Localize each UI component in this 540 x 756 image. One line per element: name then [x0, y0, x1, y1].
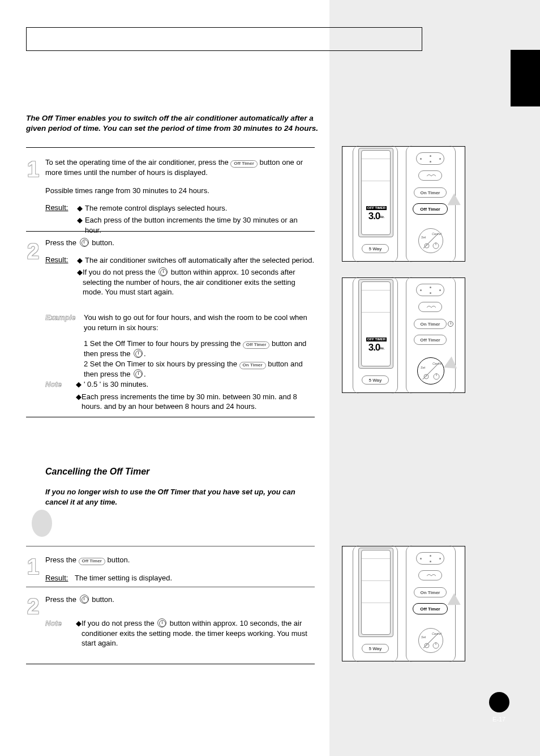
fan-button[interactable]: [418, 170, 442, 181]
lcd-inner: [361, 281, 391, 366]
text: To set the operating time of the air con…: [45, 158, 230, 166]
clock-small-icon: [419, 629, 444, 654]
text: ' 0.5 ' is 30 minutes.: [84, 379, 148, 390]
fan-button[interactable]: [418, 302, 442, 312]
text: Each press of the button increments the …: [85, 215, 315, 235]
intro-paragraph: The Off Timer enables you to switch off …: [26, 113, 320, 134]
set-cancel-icon: [157, 618, 166, 627]
cancel-step-1: Press the Off Timer button. Result: The …: [45, 555, 315, 583]
fan-button[interactable]: [418, 570, 442, 580]
text: button.: [92, 595, 114, 604]
set-cancel-icon: [80, 238, 89, 247]
text: Press the: [45, 595, 79, 604]
text: The timer setting is displayed.: [75, 574, 172, 582]
example-item-2: 2 Set the On Timer to six hours by press…: [84, 359, 315, 379]
rule: [26, 587, 315, 587]
dpad-button[interactable]: [416, 284, 444, 296]
lcd-inner: [361, 550, 391, 635]
example-body: You wish to go out for four hours, and w…: [84, 313, 315, 332]
fan-icon: [419, 571, 443, 581]
bullet-icon: ◆: [76, 618, 82, 648]
five-way-button[interactable]: 5 Way: [362, 644, 389, 653]
lcd-hr-unit: Hr.: [380, 347, 384, 350]
remote-illustration-off-timer: OFF TIMER 3.0Hr. 5 Way On Timer Off Time…: [342, 146, 465, 262]
on-timer-button[interactable]: On Timer: [414, 187, 447, 198]
text: button.: [108, 556, 130, 564]
cancel-heading: Cancelling the Off Timer: [45, 467, 149, 477]
on-timer-button[interactable]: On Timer: [414, 319, 447, 329]
set-cancel-button[interactable]: Set Cancel: [418, 228, 443, 253]
bullet-icon: ◆: [77, 203, 85, 213]
five-way-button[interactable]: 5 Way: [362, 244, 389, 253]
page: Setting the Off Timer The Off Timer enab…: [0, 0, 540, 756]
lcd-off-timer: OFF TIMER 3.0Hr.: [365, 201, 388, 221]
set-cancel-icon: [134, 369, 143, 378]
set-cancel-button[interactable]: Set Cancel: [417, 357, 444, 385]
dpad-button[interactable]: [416, 552, 444, 565]
lcd-hr-unit: Hr.: [380, 215, 384, 219]
on-timer-button-ref: On Timer: [239, 362, 266, 369]
off-timer-button[interactable]: Off Timer: [413, 203, 448, 215]
text: If you do not press the button within ap…: [82, 618, 314, 648]
rule: [26, 147, 315, 148]
dpad-button[interactable]: [416, 152, 444, 165]
bullet-icon: ◆: [77, 267, 83, 297]
off-timer-button[interactable]: Off Timer: [414, 335, 447, 345]
text: 2 Set the On Timer to six hours by press…: [84, 360, 239, 368]
set-cancel-button[interactable]: Set Cancel: [418, 628, 443, 653]
step-2-result: Result: ◆The air conditioner switches of…: [45, 255, 315, 297]
lcd-off-timer: OFF TIMER 3.0Hr.: [365, 332, 388, 353]
off-timer-button-ref: Off Timer: [79, 558, 105, 565]
text: The air conditioner switches off automat…: [85, 255, 314, 266]
page-corner-dot: [489, 692, 509, 712]
step-number-1: 1: [27, 157, 39, 182]
bullet-icon: ◆: [76, 392, 82, 412]
set-cancel-icon: [80, 595, 89, 604]
step-1-result: Result: ◆The remote control displays sel…: [45, 203, 315, 235]
remote-illustration-set-cancel: OFF TIMER 3.0Hr. 5 Way On Timer Off Time…: [342, 277, 465, 393]
text: Each press increments the time by 30 min…: [82, 392, 314, 412]
text: 1 Set the Off Timer to four hours by pre…: [84, 339, 243, 348]
edge-tab: [511, 50, 540, 106]
off-timer-button[interactable]: Off Timer: [413, 603, 448, 614]
set-cancel-icon: [158, 267, 168, 276]
clock-small-icon: [418, 358, 445, 385]
label-result: Result:: [45, 574, 68, 582]
lcd-off-timer-label: OFF TIMER: [366, 338, 387, 341]
rule: [26, 231, 315, 232]
clock-icon: [448, 321, 453, 327]
five-way-button[interactable]: 5 Way: [362, 375, 389, 385]
page-title: Setting the Off Timer: [33, 32, 162, 47]
rule: [26, 664, 315, 664]
note-body: ◆' 0.5 ' is 30 minutes. ◆Each press incr…: [76, 379, 314, 412]
rule: [26, 546, 315, 546]
label-result: Result:: [45, 255, 68, 264]
step-1-body: To set the operating time of the air con…: [45, 157, 315, 177]
label-note: Note: [45, 379, 62, 390]
label-result: Result:: [45, 203, 68, 212]
example-item-1: 1 Set the Off Timer to four hours by pre…: [84, 339, 315, 358]
text: button.: [92, 238, 114, 247]
page-number: E-17: [492, 716, 505, 723]
lcd-inner: [361, 150, 391, 235]
cancel-intro: If you no longer wish to use the Off Tim…: [45, 487, 315, 507]
cancel-step-2: Press the button.: [45, 595, 315, 605]
cancel-step-number-1: 1: [27, 555, 39, 579]
bullet-icon: ◆: [76, 379, 84, 390]
bullet-icon: ◆: [77, 255, 85, 266]
lcd-off-timer-label: OFF TIMER: [366, 206, 387, 210]
step-number-2: 2: [27, 240, 39, 264]
step-1-possible: Possible times range from 30 minutes to …: [45, 186, 315, 196]
cancel-note-body: ◆ If you do not press the button within …: [76, 618, 314, 648]
fan-icon: [419, 171, 443, 181]
text: Press the: [45, 238, 79, 247]
fan-icon: [419, 302, 443, 313]
on-timer-button[interactable]: On Timer: [414, 587, 447, 597]
set-cancel-icon: [134, 349, 143, 358]
remote-illustration-cancel: 5 Way On Timer Off Timer Set Cancel: [342, 546, 465, 661]
cancel-big-icon-bg: [32, 510, 52, 537]
lcd-off-timer-value: 3.0: [368, 211, 380, 221]
lcd-off-timer-value: 3.0: [368, 342, 380, 353]
bullet-icon: ◆: [77, 215, 85, 235]
cancel-step-number-2: 2: [27, 595, 39, 619]
